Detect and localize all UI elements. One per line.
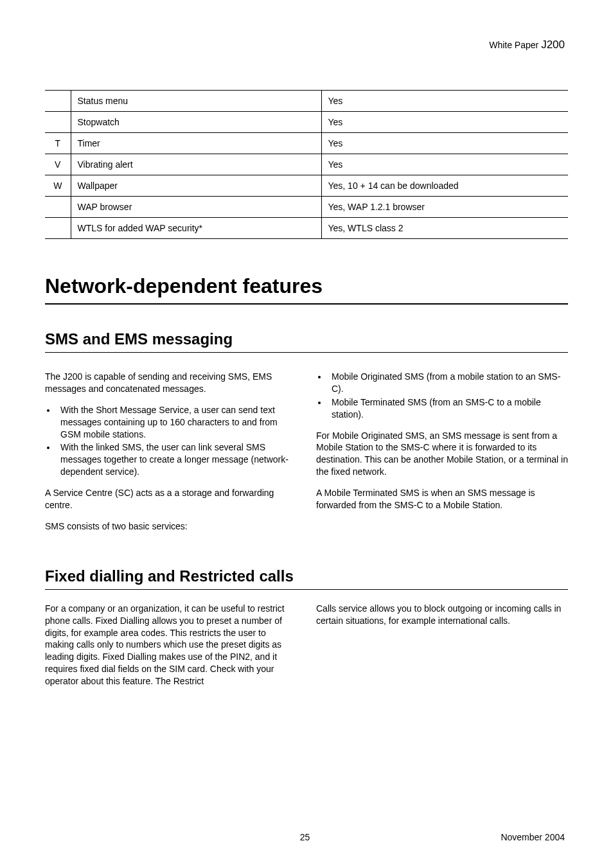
table-row: TTimerYes — [45, 133, 568, 154]
fixeddial-col2: Calls service allows you to block outgoi… — [316, 603, 568, 696]
page-number: 25 — [45, 832, 565, 842]
list-item: With the linked SMS, the user can link s… — [57, 441, 297, 478]
page-title: Network-dependent features — [45, 274, 568, 305]
features-table: Status menuYesStopwatchYesTTimerYesVVibr… — [45, 90, 568, 239]
feature-cell: Vibrating alert — [71, 154, 321, 175]
value-cell: Yes, 10 + 14 can be downloaded — [321, 175, 568, 197]
sms-mt-para: A Mobile Terminated SMS is when an SMS m… — [316, 487, 568, 511]
sms-intro: The J200 is capable of sending and recei… — [45, 371, 297, 395]
value-cell: Yes — [321, 133, 568, 154]
section-sms-title: SMS and EMS messaging — [45, 330, 568, 353]
sms-list1: With the Short Message Service, a user c… — [45, 404, 297, 478]
feature-cell: Wallpaper — [71, 175, 321, 197]
table-row: WTLS for added WAP security*Yes, WTLS cl… — [45, 218, 568, 239]
value-cell: Yes — [321, 112, 568, 133]
list-item: Mobile Terminated SMS (from an SMS-C to … — [328, 396, 568, 421]
table-row: Status menuYes — [45, 91, 568, 112]
fixeddial-content: For a company or an organization, it can… — [45, 603, 568, 696]
feature-cell: WTLS for added WAP security* — [71, 218, 321, 239]
value-cell: Yes, WTLS class 2 — [321, 218, 568, 239]
section-fixeddial-title: Fixed dialling and Restricted calls — [45, 567, 568, 590]
value-cell: Yes — [321, 154, 568, 175]
table-row: WWallpaperYes, 10 + 14 can be downloaded — [45, 175, 568, 197]
footer: 25 November 2004 — [45, 832, 565, 842]
list-item: With the Short Message Service, a user c… — [57, 404, 297, 441]
table-row: WAP browserYes, WAP 1.2.1 browser — [45, 197, 568, 218]
feature-cell: Timer — [71, 133, 321, 154]
value-cell: Yes — [321, 91, 568, 112]
header-model: J200 — [541, 39, 565, 51]
sms-mo-para: For Mobile Originated SMS, an SMS messag… — [316, 430, 568, 479]
sms-col2: Mobile Originated SMS (from a mobile sta… — [316, 371, 568, 542]
feature-cell: Stopwatch — [71, 112, 321, 133]
letter-cell — [45, 112, 71, 133]
fixeddial-col1: For a company or an organization, it can… — [45, 603, 297, 696]
list-item: Mobile Originated SMS (from a mobile sta… — [328, 371, 568, 395]
letter-cell — [45, 218, 71, 239]
table-row: VVibrating alertYes — [45, 154, 568, 175]
header-prefix: White Paper — [489, 40, 541, 50]
letter-cell: V — [45, 154, 71, 175]
sms-content: The J200 is capable of sending and recei… — [45, 371, 568, 542]
sms-list2: Mobile Originated SMS (from a mobile sta… — [316, 371, 568, 421]
letter-cell — [45, 91, 71, 112]
sms-col1: The J200 is capable of sending and recei… — [45, 371, 297, 542]
fixeddial-para1: For a company or an organization, it can… — [45, 603, 297, 687]
letter-cell: W — [45, 175, 71, 197]
feature-cell: Status menu — [71, 91, 321, 112]
feature-cell: WAP browser — [71, 197, 321, 218]
header-label: White Paper J200 — [489, 39, 565, 51]
fixeddial-para2: Calls service allows you to block outgoi… — [316, 603, 568, 627]
value-cell: Yes, WAP 1.2.1 browser — [321, 197, 568, 218]
letter-cell: T — [45, 133, 71, 154]
table-row: StopwatchYes — [45, 112, 568, 133]
letter-cell — [45, 197, 71, 218]
footer-date: November 2004 — [501, 832, 565, 842]
sms-sc-para: A Service Centre (SC) acts as a a storag… — [45, 487, 297, 511]
sms-services-para: SMS consists of two basic services: — [45, 520, 297, 533]
